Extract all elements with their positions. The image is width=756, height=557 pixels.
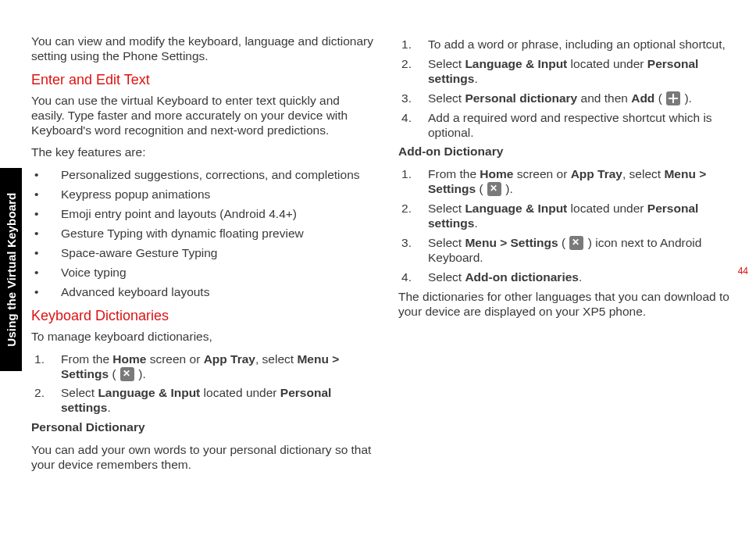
text: located under (567, 57, 647, 70)
features-list: Personalized suggestions, corrections, a… (31, 168, 375, 299)
left-column: You can view and modify the keyboard, la… (31, 34, 375, 480)
text: , select (622, 167, 664, 180)
intro-text: You can view and modify the keyboard, la… (31, 34, 375, 64)
text-bold: Personal dictionary (465, 91, 577, 105)
ad-step: Select Add-on dictionaries. (398, 270, 742, 285)
text-bold: Add-on dictionaries (465, 270, 579, 284)
heading-dictionaries: Keyboard Dictionaries (31, 308, 375, 325)
features-lead: The key features are: (31, 145, 375, 160)
text: ( (558, 236, 569, 249)
personal-dict-desc: You can add your own words to your perso… (31, 443, 375, 473)
feature-item: Space-aware Gesture Typing (31, 246, 375, 261)
heading-personal-dict: Personal Dictionary (31, 420, 375, 435)
pd-step: To add a word or phrase, including an op… (398, 37, 742, 52)
text: ( (654, 91, 665, 105)
dict-step: Select Language & Input located under Pe… (31, 386, 375, 416)
text-bold: Home (112, 352, 146, 366)
text: and then (577, 91, 631, 105)
pd-step: Select Language & Input located under Pe… (398, 57, 742, 87)
text: screen or (146, 352, 203, 366)
section-tab-label: Using the Virtual Keyboard (5, 192, 18, 346)
text: Select (428, 57, 465, 70)
dict-lead: To manage keyboard dictionaries, (31, 330, 375, 345)
text: ( (109, 367, 119, 380)
settings-icon (487, 182, 501, 196)
text: located under (200, 386, 280, 399)
text-bold: Add (631, 91, 654, 105)
text-bold: App Tray (204, 352, 255, 366)
text: ). (135, 367, 146, 380)
plus-icon (666, 91, 680, 105)
ad-step: Select Language & Input located under Pe… (398, 202, 742, 231)
text: . (474, 72, 477, 85)
pd-step: Add a required word and respective short… (398, 111, 742, 141)
feature-item: Advanced keyboard layouts (31, 285, 375, 300)
text: Select (428, 236, 465, 249)
text-bold: Home (480, 167, 513, 180)
text-bold: Language & Input (465, 202, 567, 215)
text: . (474, 216, 477, 230)
text: Select (428, 270, 465, 284)
settings-icon (569, 236, 583, 250)
text: ( (476, 182, 487, 195)
personal-dict-steps: To add a word or phrase, including an op… (398, 37, 742, 140)
right-column: To add a word or phrase, including an op… (398, 34, 742, 480)
text-bold: Language & Input (465, 57, 567, 70)
text-bold: Language & Input (98, 386, 200, 399)
feature-item: Voice typing (31, 266, 375, 280)
text: . (107, 401, 110, 414)
text: Select (428, 202, 465, 215)
section-tab: Using the Virtual Keyboard (0, 168, 22, 371)
text: . (579, 270, 582, 284)
addon-dict-steps: From the Home screen or App Tray, select… (398, 167, 742, 284)
text: Select (428, 91, 465, 105)
heading-addon-dict: Add-on Dictionary (398, 145, 742, 159)
addon-dict-desc: The dictionaries for other languages tha… (398, 290, 742, 320)
text-bold: App Tray (571, 167, 622, 180)
feature-item: Emoji entry point and layouts (Android 4… (31, 207, 375, 222)
text: , select (255, 352, 297, 366)
text: located under (567, 202, 647, 215)
feature-item: Keypress popup animations (31, 187, 375, 202)
ad-step: From the Home screen or App Tray, select… (398, 167, 742, 197)
text: Select (61, 386, 98, 399)
page: Using the Virtual Keyboard 44 You can vi… (0, 0, 756, 557)
dict-step: From the Home screen or App Tray, select… (31, 352, 375, 382)
text: ). (681, 91, 692, 105)
ad-step: Select Menu > Settings ( ) icon next to … (398, 236, 742, 266)
text: From the (428, 167, 480, 180)
enter-edit-desc: You can use the virtual Keyboard to ente… (31, 94, 375, 138)
text: ). (502, 182, 513, 195)
settings-icon (120, 367, 134, 381)
content-columns: You can view and modify the keyboard, la… (31, 34, 742, 480)
dict-steps: From the Home screen or App Tray, select… (31, 352, 375, 416)
heading-enter-edit: Enter and Edit Text (31, 72, 375, 89)
pd-step: Select Personal dictionary and then Add … (398, 91, 742, 106)
feature-item: Personalized suggestions, corrections, a… (31, 168, 375, 183)
feature-item: Gesture Typing with dynamic floating pre… (31, 227, 375, 241)
text: From the (61, 352, 112, 366)
text: screen or (513, 167, 570, 180)
text-bold: Menu > Settings (465, 236, 558, 249)
